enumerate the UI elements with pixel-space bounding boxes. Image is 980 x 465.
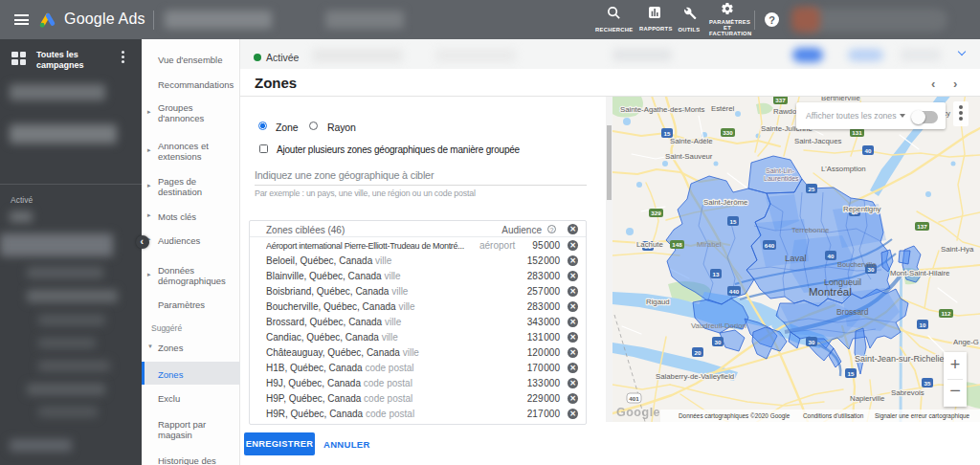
svg-text:40: 40	[865, 147, 872, 154]
svg-text:131: 131	[852, 129, 862, 136]
svg-text:137: 137	[917, 223, 927, 230]
svg-text:Google: Google	[616, 406, 660, 419]
svg-text:10: 10	[920, 321, 926, 328]
svg-text:Sainte-Adèle: Sainte-Adèle	[670, 137, 713, 145]
svg-text:Rigaud: Rigaud	[646, 298, 670, 306]
svg-text:Mirabel: Mirabel	[697, 240, 722, 249]
svg-text:Mont-Saint-Hilaire: Mont-Saint-Hilaire	[890, 269, 949, 277]
svg-text:112: 112	[942, 310, 952, 317]
svg-text:Lachute: Lachute	[636, 240, 663, 249]
svg-text:Sainte-Agathe-des-Monts: Sainte-Agathe-des-Monts	[620, 105, 705, 114]
svg-text:148: 148	[672, 241, 682, 248]
svg-text:15: 15	[848, 370, 855, 377]
svg-text:30: 30	[809, 339, 815, 345]
svg-text:25: 25	[809, 186, 815, 192]
svg-text:Signaler une erreur cartograph: Signaler une erreur cartographique	[875, 412, 970, 420]
svg-text:40: 40	[828, 253, 835, 259]
svg-text:440: 440	[729, 288, 740, 295]
svg-text:20: 20	[695, 349, 702, 356]
svg-text:15: 15	[664, 130, 671, 137]
svg-text:Ange-G: Ange-G	[953, 338, 979, 346]
svg-text:Repentigny: Repentigny	[843, 205, 881, 213]
svg-text:337: 337	[775, 97, 786, 103]
svg-text:13: 13	[713, 271, 720, 277]
svg-text:Saint-Jean-sur-Richelieu: Saint-Jean-sur-Richelieu	[855, 354, 949, 364]
svg-text:Vaudreuil-Dorion: Vaudreuil-Dorion	[691, 321, 746, 330]
svg-text:Saint-Sauveur: Saint-Sauveur	[665, 152, 713, 161]
svg-text:L'Assomption: L'Assomption	[821, 165, 866, 173]
svg-text:Saint-Jérôme: Saint-Jérôme	[703, 198, 747, 207]
svg-text:640: 640	[765, 242, 775, 249]
svg-text:Laurentides: Laurentides	[764, 175, 799, 182]
svg-text:30: 30	[715, 339, 722, 345]
svg-text:330: 330	[723, 129, 733, 136]
svg-text:Sabrevois: Sabrevois	[891, 388, 924, 397]
svg-text:Données cartographiques ©2020: Données cartographiques ©2020 Google	[679, 412, 791, 420]
svg-text:Terrebonne: Terrebonne	[791, 226, 829, 234]
svg-text:Estérel: Estérel	[711, 104, 735, 113]
svg-text:Boucherville: Boucherville	[837, 260, 876, 269]
svg-text:Laval: Laval	[785, 253, 807, 263]
svg-text:Saint-Jacques: Saint-Jacques	[794, 137, 842, 145]
svg-text:Napierville: Napierville	[850, 394, 884, 403]
svg-text:Saint-Lin-: Saint-Lin-	[766, 167, 795, 174]
svg-text:401: 401	[629, 395, 639, 402]
svg-text:329: 329	[651, 210, 661, 216]
svg-text:Montréal: Montréal	[809, 286, 852, 298]
svg-text:Conditions d'utilisation: Conditions d'utilisation	[803, 412, 864, 419]
svg-text:Saint-Hya: Saint-Hya	[941, 245, 974, 254]
svg-text:Brossard: Brossard	[836, 307, 869, 317]
svg-text:Salaberry-de-Valleyfield: Salaberry-de-Valleyfield	[656, 372, 734, 381]
svg-text:15: 15	[730, 218, 737, 225]
svg-text:35: 35	[924, 380, 931, 387]
